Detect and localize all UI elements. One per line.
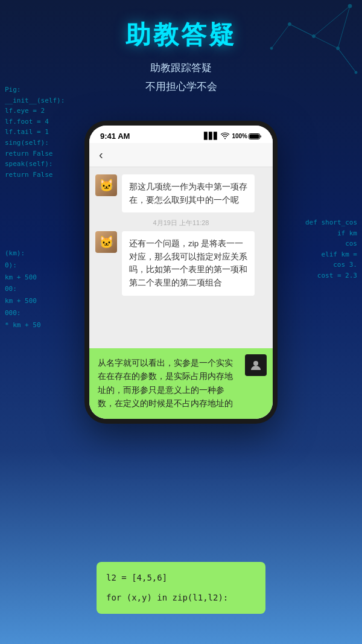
subtitle: 助教跟踪答疑 不用担心学不会	[0, 59, 362, 96]
phone-screen: 9:41 AM ▋▋▋ 100%	[89, 126, 273, 419]
code-line1: l2 = [4,5,6]	[106, 570, 256, 585]
status-time: 9:41 AM	[100, 132, 130, 141]
avatar: 🐱	[95, 174, 117, 196]
subtitle-line2: 不用担心学不会	[0, 78, 362, 97]
svg-rect-15	[250, 134, 259, 138]
back-button[interactable]: ‹	[99, 148, 103, 162]
title-section: 助教答疑 助教跟踪答疑 不用担心学不会	[0, 18, 362, 96]
subtitle-line1: 助教跟踪答疑	[0, 59, 362, 78]
reply-bubble: 从名字就可以看出，实参是一个实实在在存在的参数，是实际占用内存地址的，而形参只是…	[89, 348, 273, 419]
timestamp: 4月19日 上午11:28	[95, 218, 267, 228]
chat-body: 🐱 那这几项统一作为表中第一项存在，要怎么取到其中的一个呢 4月19日 上午11…	[89, 167, 273, 348]
code-decoration-left-top: Pig: __init__(self): lf.eye = 2 lf.foot …	[0, 84, 65, 180]
teacher-avatar	[245, 354, 267, 376]
reply-text: 从名字就可以看出，实参是一个实实在在存在的参数，是实际占用内存地址的，而形参只是…	[98, 357, 238, 410]
message-row: 🐱 那这几项统一作为表中第一项存在，要怎么取到其中的一个呢	[95, 174, 267, 212]
battery-icon: 100%	[232, 133, 262, 140]
code-decoration-left-bottom: (km): 0): km + 500 00: km + 500 000: * k…	[0, 247, 41, 331]
code-decoration-right: def short_cos if km cos elif km = cos 3.…	[305, 217, 362, 281]
status-icons: ▋▋▋ 100%	[204, 132, 262, 141]
wifi-icon	[221, 132, 229, 141]
signal-icon: ▋▋▋	[204, 132, 218, 140]
main-title: 助教答疑	[0, 18, 362, 52]
phone-frame: 9:41 AM ▋▋▋ 100%	[84, 121, 278, 424]
message-row: 🐱 还有一个问题，zip 是将表一一对应，那么我可以指定对应关系吗，比如第一个表…	[95, 231, 267, 295]
phone-mockup: 9:41 AM ▋▋▋ 100%	[84, 121, 278, 424]
chat-bubble: 还有一个问题，zip 是将表一一对应，那么我可以指定对应关系吗，比如第一个表里的…	[122, 231, 255, 295]
code-bubble: l2 = [4,5,6] for (x,y) in zip(l1,l2):	[97, 562, 265, 614]
chat-header: ‹	[89, 143, 273, 167]
svg-point-16	[253, 361, 258, 366]
chat-bubble: 那这几项统一作为表中第一项存在，要怎么取到其中的一个呢	[122, 174, 255, 212]
code-line3: for (x,y) in zip(l1,l2):	[106, 590, 256, 605]
svg-point-8	[348, 4, 352, 8]
status-bar: 9:41 AM ▋▋▋ 100%	[89, 126, 273, 143]
avatar: 🐱	[95, 231, 117, 253]
